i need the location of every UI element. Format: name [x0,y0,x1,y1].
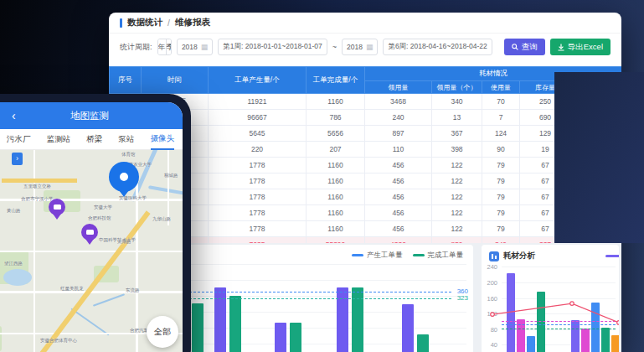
map-road [167,150,169,225]
bar [537,292,545,352]
end-week-value: 第6周: 2018-04-16~2018-04-22 [388,42,487,52]
table-cell: 456 [365,221,432,237]
legend-label: 产生工单量 [367,251,403,259]
breadcrumb-section: 数据统计 [127,17,162,28]
table-cell: 220 [209,142,307,158]
average-line-label: 323 [457,294,468,302]
header-done: 工单完成量/个 [307,67,365,94]
y-axis-tick: 40 [482,341,497,349]
map-label: 桐城路 [164,173,178,179]
subheader-1: 领用量（个） [432,81,482,94]
table-cell: 456 [365,205,432,221]
table-cell: 456 [365,173,432,189]
subheader-2: 使用量 [482,81,520,94]
table-cell: 79 [482,205,520,221]
table-cell: 13 [432,110,482,126]
map-label: 合肥市宁溪小学 [21,196,54,202]
end-year-select[interactable]: 2018 ▦ [342,39,378,55]
map-road [0,251,183,252]
tab-污水厂[interactable]: 污水厂 [7,129,31,149]
bar [591,303,600,352]
map-label: 体育馆 [121,152,136,158]
table-cell: 1778 [209,158,307,173]
export-label: 导出Excel [568,42,603,53]
table-cell: 122 [432,158,482,173]
end-year-value: 2018 [347,43,363,51]
period-option-year[interactable]: 年 [158,39,167,54]
start-week-value: 第1周: 2018-01-01~2018-01-07 [223,42,322,52]
legend-swatch-blue [352,254,363,256]
map-label: 九华山路 [152,216,171,222]
start-week-select[interactable]: 第1周: 2018-01-01~2018-01-07 [218,39,327,55]
selected-location-pin[interactable] [109,162,139,192]
y-axis-tick: 200 [482,279,497,287]
table-cell: 90 [482,142,520,158]
table-cell: 79 [482,189,520,205]
query-button[interactable]: 查询 [504,39,545,55]
camera-icon [86,230,94,235]
table-cell: 1160 [307,221,365,237]
bar [192,303,204,352]
query-label: 查询 [522,42,538,53]
table-cell: 786 [307,110,365,126]
map-stream [93,293,125,307]
start-year-select[interactable]: 2018 ▦ [177,39,213,55]
table-cell: 398 [432,142,482,158]
accent-bar [120,18,122,28]
bar [611,335,619,352]
end-week-select[interactable]: 第6周: 2018-04-16~2018-04-22 [383,39,492,55]
map-view[interactable]: › 全部 体育馆安徽农业大学桐城路五里墩立交桥合肥市宁溪小学安徽医科大学安徽大学… [0,150,183,352]
breadcrumb: 数据统计 / 维修报表 [109,13,621,34]
table-cell: 456 [365,158,432,173]
map-label: 安徽大学 [94,204,112,210]
background-panel [554,72,644,243]
camera-icon [54,204,61,210]
table-cell: 1160 [307,94,365,110]
breadcrumb-page: 维修报表 [175,17,210,28]
y-axis-tick: 120 [482,310,497,318]
y-axis-tick: 160 [482,295,497,303]
header-created: 工单产生量/个 [209,67,307,94]
start-year-value: 2018 [182,43,198,51]
period-segmented-control: 年 季 月 周 日 [157,39,172,55]
tab-摄像头[interactable]: 摄像头 [151,128,175,150]
camera-pin[interactable] [81,224,98,241]
table-cell: 1160 [307,189,365,205]
table-cell: 79 [482,173,520,189]
table-cell: 1160 [307,205,365,221]
tab-泵站[interactable]: 泵站 [118,129,134,149]
table-cell: 124 [482,126,520,142]
bar [417,334,429,352]
bar [581,329,590,352]
bar [229,296,241,352]
subheader-0: 领用量 [365,81,432,94]
phone-title: 地图监测 [0,110,183,122]
period-option-quarter[interactable]: 季 [167,39,172,54]
camera-pin[interactable] [49,199,65,215]
calendar-icon: ▦ [366,43,374,51]
map-road [136,184,138,352]
range-separator: ~ [332,43,337,51]
calendar-icon: ▦ [201,43,209,51]
table-cell: 367 [432,126,482,142]
map-label: 太湖路 [117,239,131,245]
tab-桥梁[interactable]: 桥梁 [86,129,102,149]
table-cell: 96667 [209,110,307,126]
search-icon [512,44,518,50]
export-excel-button[interactable]: 导出Excel [550,39,611,55]
tab-监测站[interactable]: 监测站 [47,129,71,149]
bar [507,273,515,352]
expand-button[interactable]: › [12,153,23,165]
show-all-button[interactable]: 全部 [147,316,178,348]
legend-item-created: 产生工单量 [352,251,403,261]
average-line [502,324,616,325]
table-cell: 897 [365,126,432,142]
table-cell: 3468 [365,94,432,110]
table-cell: 70 [482,94,520,110]
chart-legend: 产生工单量 完成工单量 [352,251,463,261]
back-icon[interactable]: ‹ [12,102,16,129]
gridline [502,298,616,299]
table-cell: 207 [307,142,365,158]
y-axis-tick: 240 [482,263,497,271]
table-cell: 79 [482,221,520,237]
